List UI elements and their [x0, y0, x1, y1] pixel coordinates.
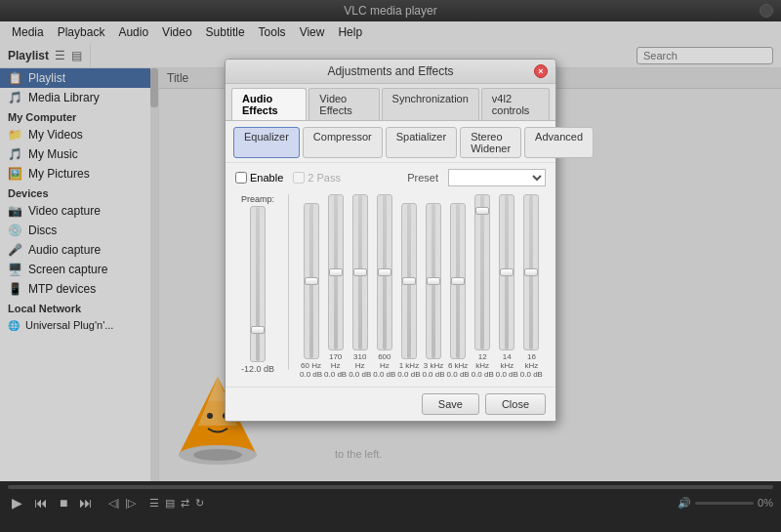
band-val-170hz: 0.0 dB — [324, 370, 347, 379]
band-val-3khz: 0.0 dB — [422, 370, 444, 379]
band-thumb-3khz[interactable] — [427, 277, 440, 285]
band-slider-12khz[interactable] — [474, 194, 490, 350]
band-val-1khz: 0.0 dB — [397, 370, 420, 379]
band-label-60hz: 60 Hz — [301, 361, 321, 370]
eq-band-310hz: 310 Hz 0.0 dB — [349, 194, 372, 379]
sub-tabs: Equalizer Compressor Spatializer Stereo … — [226, 121, 555, 163]
band-thumb-16khz[interactable] — [524, 268, 538, 276]
eq-band-12khz: 12 kHz 0.0 dB — [471, 194, 494, 379]
two-pass-checkbox[interactable] — [293, 172, 305, 184]
close-button[interactable]: Close — [485, 393, 546, 415]
eq-band-170hz: 170 Hz 0.0 dB — [324, 194, 348, 379]
eq-controls: Enable 2 Pass Preset — [226, 163, 555, 190]
bands-area: 60 Hz 0.0 dB 170 Hz 0.0 dB — [295, 194, 548, 379]
adjustments-dialog: Adjustments and Effects × Audio Effects … — [225, 59, 556, 422]
band-slider-600hz[interactable] — [377, 194, 392, 350]
band-thumb-1khz[interactable] — [402, 277, 416, 285]
band-slider-170hz[interactable] — [328, 194, 344, 350]
preamp-slider[interactable] — [250, 206, 266, 362]
preamp-label: Preamp: — [241, 194, 274, 204]
eq-band-60hz: 60 Hz 0.0 dB — [300, 203, 323, 379]
dialog-title-bar: Adjustments and Effects × — [226, 60, 555, 84]
subtab-advanced[interactable]: Advanced — [524, 127, 594, 158]
band-slider-3khz[interactable] — [426, 203, 441, 359]
enable-checkbox-label[interactable]: Enable — [235, 172, 283, 184]
eq-band-6khz: 6 kHz 0.0 dB — [446, 203, 470, 379]
dialog-title: Adjustments and Effects — [247, 64, 534, 78]
tab-synchronization[interactable]: Synchronization — [382, 88, 479, 120]
preamp-track — [256, 207, 260, 361]
band-label-16khz: 16 kHz — [519, 352, 543, 370]
band-label-14khz: 14 kHz — [495, 352, 518, 370]
band-thumb-12khz[interactable] — [475, 207, 489, 215]
band-slider-16khz[interactable] — [523, 194, 539, 350]
dialog-tabs: Audio Effects Video Effects Synchronizat… — [226, 84, 555, 121]
band-thumb-14khz[interactable] — [500, 268, 514, 276]
band-thumb-310hz[interactable] — [353, 268, 367, 276]
preamp-value: -12.0 dB — [241, 364, 274, 374]
preset-select[interactable] — [448, 169, 546, 186]
save-button[interactable]: Save — [422, 393, 479, 415]
band-label-1khz: 1 kHz — [399, 361, 419, 370]
band-slider-60hz[interactable] — [304, 203, 319, 359]
eq-bands-container: Preamp: -12.0 dB — [226, 190, 555, 387]
band-val-6khz: 0.0 dB — [447, 370, 470, 379]
enable-checkbox[interactable] — [235, 172, 247, 184]
band-slider-14khz[interactable] — [499, 194, 514, 350]
dialog-close-button[interactable]: × — [534, 64, 548, 78]
band-val-16khz: 0.0 dB — [520, 370, 543, 379]
band-thumb-6khz[interactable] — [451, 277, 465, 285]
dialog-footer: Save Close — [226, 387, 555, 421]
band-thumb-60hz[interactable] — [305, 277, 318, 285]
band-label-310hz: 310 Hz — [349, 352, 372, 370]
band-thumb-170hz[interactable] — [329, 268, 343, 276]
subtab-compressor[interactable]: Compressor — [303, 127, 383, 158]
band-slider-310hz[interactable] — [352, 194, 368, 350]
eq-band-14khz: 14 kHz 0.0 dB — [495, 194, 518, 379]
subtab-stereo-widener[interactable]: Stereo Widener — [460, 127, 521, 158]
eq-band-1khz: 1 kHz 0.0 dB — [397, 203, 421, 379]
band-label-12khz: 12 kHz — [471, 352, 494, 370]
eq-band-3khz: 3 kHz 0.0 dB — [422, 203, 445, 379]
tab-v4l2[interactable]: v4l2 controls — [481, 88, 550, 120]
band-slider-6khz[interactable] — [450, 203, 466, 359]
two-pass-checkbox-label[interactable]: 2 Pass — [293, 172, 341, 184]
band-label-6khz: 6 kHz — [448, 361, 468, 370]
band-label-600hz: 600 Hz — [373, 352, 396, 370]
band-val-14khz: 0.0 dB — [496, 370, 518, 379]
tab-video-effects[interactable]: Video Effects — [308, 88, 379, 120]
band-val-600hz: 0.0 dB — [373, 370, 395, 379]
tab-audio-effects[interactable]: Audio Effects — [231, 88, 307, 120]
band-slider-1khz[interactable] — [401, 203, 417, 359]
band-label-170hz: 170 Hz — [324, 352, 348, 370]
band-val-60hz: 0.0 dB — [300, 370, 322, 379]
eq-band-16khz: 16 kHz 0.0 dB — [519, 194, 543, 379]
band-thumb-600hz[interactable] — [378, 268, 391, 276]
band-val-310hz: 0.0 dB — [349, 370, 371, 379]
eq-divider — [288, 194, 289, 370]
subtab-equalizer[interactable]: Equalizer — [233, 127, 300, 158]
modal-overlay: Adjustments and Effects × Audio Effects … — [0, 0, 781, 532]
subtab-spatializer[interactable]: Spatializer — [386, 127, 457, 158]
preamp-thumb[interactable] — [251, 326, 265, 334]
band-val-12khz: 0.0 dB — [472, 370, 494, 379]
preamp-section: Preamp: -12.0 dB — [233, 194, 282, 379]
eq-band-600hz: 600 Hz 0.0 dB — [373, 194, 396, 379]
band-label-3khz: 3 kHz — [424, 361, 443, 370]
